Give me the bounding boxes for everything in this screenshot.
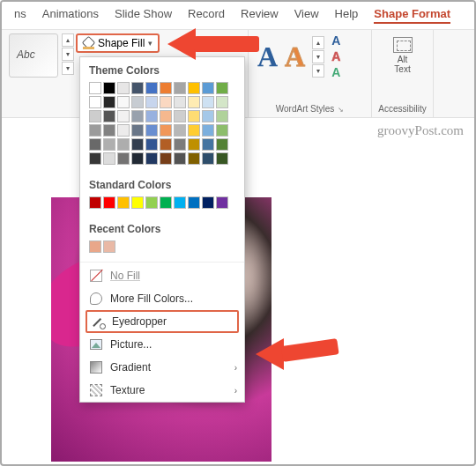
more-fill-colors-item[interactable]: More Fill Colors...	[80, 287, 244, 310]
color-swatch[interactable]	[160, 138, 172, 151]
color-swatch[interactable]	[202, 96, 214, 108]
color-swatch[interactable]	[131, 196, 144, 209]
color-swatch[interactable]	[117, 96, 130, 108]
color-swatch[interactable]	[89, 110, 101, 122]
color-swatch[interactable]	[145, 124, 158, 137]
color-swatch[interactable]	[131, 110, 144, 122]
color-swatch[interactable]	[131, 82, 144, 94]
color-swatch[interactable]	[131, 96, 144, 108]
color-swatch[interactable]	[103, 138, 115, 151]
color-swatch[interactable]	[103, 96, 115, 108]
tab-help[interactable]: Help	[335, 7, 359, 24]
text-outline-icon[interactable]: A	[331, 49, 340, 63]
color-swatch[interactable]	[216, 110, 228, 122]
color-swatch[interactable]	[103, 152, 115, 165]
color-swatch[interactable]	[117, 82, 130, 94]
color-swatch[interactable]	[89, 240, 101, 253]
color-swatch[interactable]	[188, 138, 200, 151]
tab-review[interactable]: Review	[241, 7, 279, 24]
color-swatch[interactable]	[160, 152, 172, 165]
color-swatch[interactable]	[145, 152, 158, 165]
color-swatch[interactable]	[103, 124, 115, 137]
wordart-sample-2[interactable]: A	[283, 41, 307, 72]
no-fill-item[interactable]: No Fill	[80, 264, 244, 287]
color-swatch[interactable]	[89, 82, 101, 94]
color-swatch[interactable]	[174, 152, 186, 165]
color-swatch[interactable]	[216, 124, 228, 137]
tab-view[interactable]: View	[294, 7, 319, 24]
color-swatch[interactable]	[117, 110, 130, 122]
color-swatch[interactable]	[131, 152, 144, 165]
gradient-fill-item[interactable]: Gradient ›	[80, 356, 244, 379]
eyedropper-item[interactable]: Eyedropper	[86, 310, 239, 333]
color-swatch[interactable]	[202, 110, 214, 122]
color-swatch[interactable]	[174, 138, 186, 151]
tab-shape-format[interactable]: Shape Format	[374, 7, 450, 24]
color-swatch[interactable]	[160, 124, 172, 137]
color-swatch[interactable]	[89, 96, 101, 108]
color-swatch[interactable]	[89, 152, 101, 165]
color-swatch[interactable]	[103, 240, 115, 253]
wordart-more-icon[interactable]: ▾	[312, 64, 324, 78]
color-swatch[interactable]	[216, 152, 228, 165]
color-swatch[interactable]	[145, 138, 158, 151]
color-swatch[interactable]	[160, 82, 172, 94]
wordart-up-icon[interactable]: ▴	[312, 36, 324, 49]
color-swatch[interactable]	[216, 138, 228, 151]
color-swatch[interactable]	[117, 124, 130, 137]
color-swatch[interactable]	[145, 110, 158, 122]
wordart-sample-1[interactable]: A	[256, 41, 279, 72]
color-swatch[interactable]	[174, 124, 186, 137]
color-swatch[interactable]	[188, 82, 200, 94]
text-effects-icon[interactable]: A	[331, 65, 340, 79]
color-swatch[interactable]	[89, 138, 101, 151]
color-swatch[interactable]	[160, 110, 172, 122]
color-swatch[interactable]	[202, 138, 214, 151]
color-swatch[interactable]	[188, 124, 200, 137]
color-swatch[interactable]	[216, 196, 228, 209]
color-swatch[interactable]	[89, 196, 101, 209]
color-swatch[interactable]	[117, 138, 130, 151]
color-swatch[interactable]	[202, 196, 214, 209]
color-swatch[interactable]	[160, 196, 172, 209]
tab-transitions-partial[interactable]: ns	[14, 7, 26, 24]
color-swatch[interactable]	[103, 110, 115, 122]
color-swatch[interactable]	[174, 196, 186, 209]
color-swatch[interactable]	[188, 196, 200, 209]
color-swatch[interactable]	[89, 124, 101, 137]
color-swatch[interactable]	[202, 82, 214, 94]
color-swatch[interactable]	[174, 82, 186, 94]
color-swatch[interactable]	[216, 96, 228, 108]
alt-text-button[interactable]: Alt Text	[390, 33, 416, 78]
color-swatch[interactable]	[145, 96, 158, 108]
color-swatch[interactable]	[202, 152, 214, 165]
color-swatch[interactable]	[174, 110, 186, 122]
gallery-down-icon[interactable]: ▾	[62, 48, 74, 61]
color-swatch[interactable]	[188, 110, 200, 122]
color-swatch[interactable]	[131, 124, 144, 137]
color-swatch[interactable]	[103, 196, 115, 209]
color-swatch[interactable]	[160, 96, 172, 108]
color-swatch[interactable]	[145, 82, 158, 94]
shape-style-gallery[interactable]	[9, 33, 58, 78]
dialog-launcher-icon[interactable]: ↘	[338, 106, 344, 114]
color-swatch[interactable]	[145, 196, 158, 209]
color-swatch[interactable]	[188, 96, 200, 108]
gallery-more-icon[interactable]: ▾	[62, 62, 74, 75]
color-swatch[interactable]	[117, 152, 130, 165]
color-swatch[interactable]	[103, 82, 115, 94]
wordart-down-icon[interactable]: ▾	[312, 50, 324, 63]
picture-fill-item[interactable]: Picture...	[80, 333, 244, 356]
tab-animations[interactable]: Animations	[42, 7, 99, 24]
color-swatch[interactable]	[188, 152, 200, 165]
color-swatch[interactable]	[216, 82, 228, 94]
tab-slideshow[interactable]: Slide Show	[115, 7, 172, 24]
color-swatch[interactable]	[117, 196, 130, 209]
gallery-up-icon[interactable]: ▴	[62, 33, 74, 47]
color-swatch[interactable]	[174, 96, 186, 108]
text-fill-icon[interactable]: A	[331, 33, 340, 48]
texture-fill-item[interactable]: Texture ›	[80, 379, 244, 402]
color-swatch[interactable]	[131, 138, 144, 151]
tab-record[interactable]: Record	[188, 7, 225, 24]
shape-fill-button[interactable]: Shape Fill ▾	[76, 33, 160, 53]
